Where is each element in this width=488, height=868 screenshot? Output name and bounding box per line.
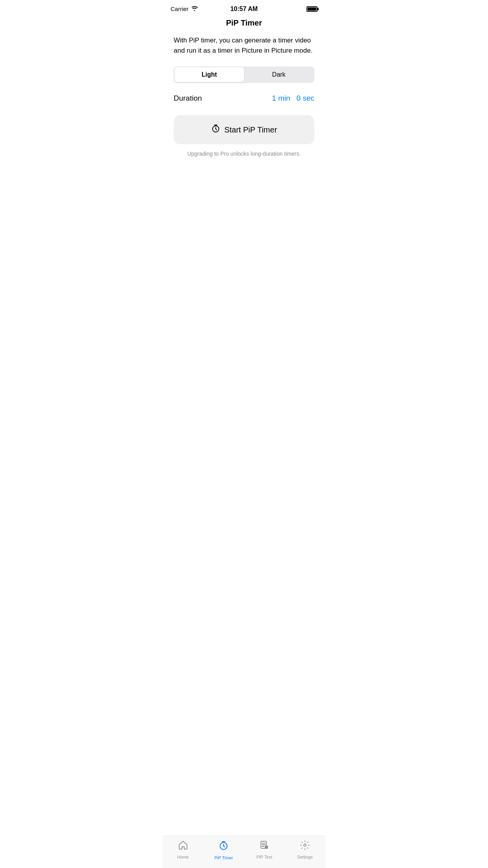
theme-segment-control[interactable]: Light Dark <box>174 66 314 83</box>
description-text: With PiP timer, you can generate a timer… <box>163 35 325 66</box>
upgrade-note: Upgrading to Pro unlocks long-duration t… <box>163 149 325 157</box>
battery-icon <box>306 6 317 12</box>
status-bar: Carrier 10:57 AM <box>163 0 325 15</box>
timer-button-icon <box>211 124 220 136</box>
battery-fill <box>308 7 316 11</box>
carrier-label: Carrier <box>171 6 189 12</box>
segment-dark[interactable]: Dark <box>244 67 314 82</box>
duration-label: Duration <box>174 94 272 103</box>
wifi-icon <box>191 6 198 12</box>
start-pip-timer-button[interactable]: Start PiP Timer <box>174 115 314 144</box>
page-title: PiP Timer <box>163 15 325 35</box>
duration-seconds[interactable]: 0 sec <box>297 94 314 103</box>
segment-light[interactable]: Light <box>174 67 244 82</box>
start-button-label: Start PiP Timer <box>224 125 277 134</box>
duration-values[interactable]: 1 min 0 sec <box>272 94 314 103</box>
status-left: Carrier <box>171 6 198 12</box>
duration-minutes[interactable]: 1 min <box>272 94 290 103</box>
start-button-container: Start PiP Timer <box>163 115 325 149</box>
status-time: 10:57 AM <box>230 6 258 13</box>
duration-row: Duration 1 min 0 sec <box>163 94 325 115</box>
